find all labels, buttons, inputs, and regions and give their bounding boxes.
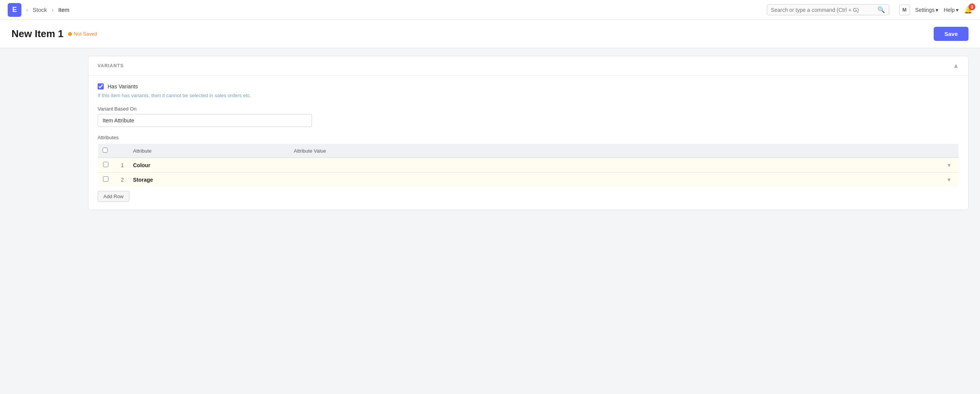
has-variants-checkbox[interactable] [98,83,104,90]
col-header-action [940,144,959,158]
row-2-dropdown-toggle[interactable]: ▼ [940,173,959,187]
row-1-dropdown-toggle[interactable]: ▼ [940,158,959,173]
form-card: VARIANTS ▲ Has Variants If this item has… [88,56,969,210]
table-row: 1 Colour ▼ [98,158,959,173]
search-icon: 🔍 [877,6,885,13]
notification-badge: 3 [969,3,975,10]
content-area: VARIANTS ▲ Has Variants If this item has… [0,48,980,218]
row-1-attribute-value[interactable] [289,158,940,173]
has-variants-helper: If this item has variants, then it canno… [98,93,959,98]
row-1-num: 1 [113,158,129,173]
attributes-label: Attributes [98,135,959,140]
settings-button[interactable]: Settings ▾ [915,7,939,13]
variant-based-on-input[interactable] [98,114,312,127]
settings-chevron-icon: ▾ [936,7,938,13]
nav-right: M Settings ▾ Help ▾ 🔔 3 [899,5,972,15]
table-row: 2 Storage ▼ [98,173,959,187]
variants-section-header: VARIANTS ▲ [88,56,968,76]
app-logo: E [8,3,21,17]
has-variants-row: Has Variants [98,83,959,90]
has-variants-label: Has Variants [108,83,138,90]
not-saved-dot [68,32,72,36]
variants-section-body: Has Variants If this item has variants, … [88,76,968,210]
row-2-check-cell [98,173,113,187]
breadcrumb-stock[interactable]: Stock [33,7,47,13]
col-header-check [98,144,113,158]
notifications-button[interactable]: 🔔 3 [964,6,972,14]
col-header-attribute-value: Attribute Value [289,144,940,158]
top-navigation: E › Stock › Item 🔍 M Settings ▾ Help ▾ 🔔… [0,0,980,20]
breadcrumb-sep-1: › [26,7,28,13]
variant-based-on-label: Variant Based On [98,106,959,112]
search-input[interactable] [771,7,875,13]
attributes-table: Attribute Attribute Value 1 Colour [98,143,959,187]
page-title-area: New Item 1 Not Saved [11,28,97,40]
col-header-num [113,144,129,158]
row-2-num: 2 [113,173,129,187]
breadcrumb-item[interactable]: Item [58,7,69,13]
add-row-button[interactable]: Add Row [98,191,129,202]
row-2-checkbox[interactable] [103,176,108,182]
breadcrumb-sep-2: › [52,7,54,13]
page-header: New Item 1 Not Saved Save [0,20,980,48]
help-button[interactable]: Help ▾ [944,7,959,13]
save-button[interactable]: Save [934,27,969,41]
select-all-checkbox[interactable] [103,148,108,153]
row-2-attribute: Storage [129,173,289,187]
row-1-caret-icon: ▼ [946,162,952,168]
avatar: M [899,5,910,15]
row-1-checkbox[interactable] [103,162,108,167]
row-2-caret-icon: ▼ [946,177,952,183]
variants-section-title: VARIANTS [98,63,124,68]
row-1-attribute: Colour [129,158,289,173]
not-saved-badge: Not Saved [68,31,97,37]
row-1-check-cell [98,158,113,173]
col-header-attribute: Attribute [129,144,289,158]
help-chevron-icon: ▾ [956,7,959,13]
row-2-attribute-value[interactable] [289,173,940,187]
search-bar[interactable]: 🔍 [767,4,889,15]
page-title: New Item 1 [11,28,64,40]
variants-collapse-button[interactable]: ▲ [953,62,959,69]
